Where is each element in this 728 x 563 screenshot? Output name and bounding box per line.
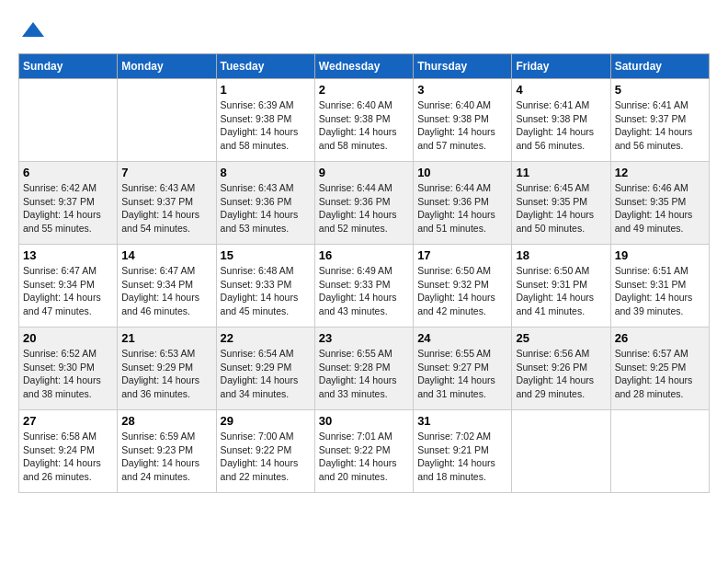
day-number: 6: [23, 166, 113, 179]
day-info: Sunrise: 6:52 AM Sunset: 9:30 PM Dayligh…: [23, 347, 113, 401]
calendar-cell: 17Sunrise: 6:50 AM Sunset: 9:32 PM Dayli…: [414, 245, 512, 327]
day-info: Sunrise: 6:54 AM Sunset: 9:29 PM Dayligh…: [221, 347, 311, 401]
weekday-header: Monday: [118, 54, 216, 79]
day-info: Sunrise: 6:47 AM Sunset: 9:34 PM Dayligh…: [23, 264, 113, 318]
day-info: Sunrise: 6:59 AM Sunset: 9:23 PM Dayligh…: [121, 430, 211, 484]
calendar-cell: [19, 79, 118, 162]
weekday-header: Wednesday: [314, 54, 413, 79]
svg-rect-1: [29, 33, 37, 37]
day-info: Sunrise: 6:44 AM Sunset: 9:36 PM Dayligh…: [319, 181, 409, 236]
day-info: Sunrise: 6:44 AM Sunset: 9:36 PM Dayligh…: [417, 181, 507, 236]
calendar-cell: 1Sunrise: 6:39 AM Sunset: 9:38 PM Daylig…: [216, 79, 314, 162]
day-number: 30: [319, 414, 409, 428]
day-info: Sunrise: 6:53 AM Sunset: 9:29 PM Dayligh…: [121, 347, 211, 401]
weekday-header: Sunday: [19, 54, 118, 79]
day-number: 31: [417, 414, 507, 428]
calendar-header-row: SundayMondayTuesdayWednesdayThursdayFrid…: [19, 54, 710, 79]
day-info: Sunrise: 6:49 AM Sunset: 9:33 PM Dayligh…: [319, 264, 409, 318]
calendar-week-row: 1Sunrise: 6:39 AM Sunset: 9:38 PM Daylig…: [19, 79, 710, 162]
weekday-header: Saturday: [610, 54, 709, 79]
day-info: Sunrise: 6:51 AM Sunset: 9:31 PM Dayligh…: [615, 264, 705, 318]
calendar-cell: [512, 410, 610, 493]
day-info: Sunrise: 6:41 AM Sunset: 9:38 PM Dayligh…: [516, 98, 606, 153]
logo-icon: [20, 18, 46, 44]
day-number: 17: [417, 248, 507, 262]
day-info: Sunrise: 7:01 AM Sunset: 9:22 PM Dayligh…: [319, 430, 409, 484]
day-info: Sunrise: 6:55 AM Sunset: 9:27 PM Dayligh…: [417, 347, 507, 401]
day-number: 19: [615, 248, 705, 262]
day-info: Sunrise: 6:48 AM Sunset: 9:33 PM Dayligh…: [221, 264, 311, 318]
day-number: 1: [221, 83, 311, 97]
calendar-week-row: 27Sunrise: 6:58 AM Sunset: 9:24 PM Dayli…: [19, 410, 710, 493]
day-info: Sunrise: 6:47 AM Sunset: 9:34 PM Dayligh…: [121, 264, 211, 318]
calendar-cell: 15Sunrise: 6:48 AM Sunset: 9:33 PM Dayli…: [216, 245, 314, 327]
logo: [18, 18, 48, 44]
day-number: 16: [319, 248, 409, 262]
calendar-cell: 2Sunrise: 6:40 AM Sunset: 9:38 PM Daylig…: [314, 79, 413, 162]
day-info: Sunrise: 6:43 AM Sunset: 9:36 PM Dayligh…: [221, 181, 311, 236]
day-info: Sunrise: 6:41 AM Sunset: 9:37 PM Dayligh…: [615, 98, 705, 153]
calendar-cell: 28Sunrise: 6:59 AM Sunset: 9:23 PM Dayli…: [118, 410, 216, 493]
day-number: 3: [417, 83, 507, 97]
day-info: Sunrise: 6:50 AM Sunset: 9:31 PM Dayligh…: [516, 264, 606, 318]
day-info: Sunrise: 6:50 AM Sunset: 9:32 PM Dayligh…: [417, 264, 507, 318]
calendar-table: SundayMondayTuesdayWednesdayThursdayFrid…: [18, 53, 710, 493]
day-number: 10: [417, 166, 507, 179]
calendar-cell: 19Sunrise: 6:51 AM Sunset: 9:31 PM Dayli…: [610, 245, 709, 327]
day-number: 11: [516, 166, 606, 179]
weekday-header: Thursday: [414, 54, 512, 79]
day-number: 7: [121, 166, 211, 179]
day-number: 15: [221, 248, 311, 262]
calendar-cell: 18Sunrise: 6:50 AM Sunset: 9:31 PM Dayli…: [512, 245, 610, 327]
day-info: Sunrise: 6:40 AM Sunset: 9:38 PM Dayligh…: [417, 98, 507, 153]
calendar-cell: 13Sunrise: 6:47 AM Sunset: 9:34 PM Dayli…: [19, 245, 118, 327]
day-info: Sunrise: 6:58 AM Sunset: 9:24 PM Dayligh…: [23, 430, 113, 484]
calendar-week-row: 13Sunrise: 6:47 AM Sunset: 9:34 PM Dayli…: [19, 245, 710, 327]
day-info: Sunrise: 6:55 AM Sunset: 9:28 PM Dayligh…: [319, 347, 409, 401]
page-header: [18, 18, 710, 44]
calendar-cell: 21Sunrise: 6:53 AM Sunset: 9:29 PM Dayli…: [118, 327, 216, 410]
calendar-cell: [610, 410, 709, 493]
calendar-cell: 9Sunrise: 6:44 AM Sunset: 9:36 PM Daylig…: [314, 162, 413, 245]
day-info: Sunrise: 6:43 AM Sunset: 9:37 PM Dayligh…: [121, 181, 211, 236]
day-number: 4: [516, 83, 606, 97]
calendar-cell: 6Sunrise: 6:42 AM Sunset: 9:37 PM Daylig…: [19, 162, 118, 245]
calendar-cell: 25Sunrise: 6:56 AM Sunset: 9:26 PM Dayli…: [512, 327, 610, 410]
calendar-cell: 31Sunrise: 7:02 AM Sunset: 9:21 PM Dayli…: [414, 410, 512, 493]
calendar-cell: 23Sunrise: 6:55 AM Sunset: 9:28 PM Dayli…: [314, 327, 413, 410]
calendar-cell: 14Sunrise: 6:47 AM Sunset: 9:34 PM Dayli…: [118, 245, 216, 327]
day-info: Sunrise: 6:39 AM Sunset: 9:38 PM Dayligh…: [221, 98, 311, 153]
calendar-cell: 30Sunrise: 7:01 AM Sunset: 9:22 PM Dayli…: [314, 410, 413, 493]
calendar-cell: 29Sunrise: 7:00 AM Sunset: 9:22 PM Dayli…: [216, 410, 314, 493]
day-info: Sunrise: 6:45 AM Sunset: 9:35 PM Dayligh…: [516, 181, 606, 236]
calendar-cell: 3Sunrise: 6:40 AM Sunset: 9:38 PM Daylig…: [414, 79, 512, 162]
day-number: 9: [319, 166, 409, 179]
calendar-cell: 11Sunrise: 6:45 AM Sunset: 9:35 PM Dayli…: [512, 162, 610, 245]
calendar-week-row: 20Sunrise: 6:52 AM Sunset: 9:30 PM Dayli…: [19, 327, 710, 410]
day-number: 22: [221, 331, 311, 345]
weekday-header: Tuesday: [216, 54, 314, 79]
day-info: Sunrise: 6:42 AM Sunset: 9:37 PM Dayligh…: [23, 181, 113, 236]
calendar-cell: 24Sunrise: 6:55 AM Sunset: 9:27 PM Dayli…: [414, 327, 512, 410]
calendar-cell: 20Sunrise: 6:52 AM Sunset: 9:30 PM Dayli…: [19, 327, 118, 410]
calendar-cell: 4Sunrise: 6:41 AM Sunset: 9:38 PM Daylig…: [512, 79, 610, 162]
calendar-cell: 5Sunrise: 6:41 AM Sunset: 9:37 PM Daylig…: [610, 79, 709, 162]
day-number: 27: [23, 414, 113, 428]
weekday-header: Friday: [512, 54, 610, 79]
calendar-cell: 7Sunrise: 6:43 AM Sunset: 9:37 PM Daylig…: [118, 162, 216, 245]
day-number: 2: [319, 83, 409, 97]
calendar-week-row: 6Sunrise: 6:42 AM Sunset: 9:37 PM Daylig…: [19, 162, 710, 245]
day-number: 23: [319, 331, 409, 345]
day-number: 24: [417, 331, 507, 345]
calendar-cell: 22Sunrise: 6:54 AM Sunset: 9:29 PM Dayli…: [216, 327, 314, 410]
day-number: 18: [516, 248, 606, 262]
day-number: 21: [121, 331, 211, 345]
day-number: 25: [516, 331, 606, 345]
day-info: Sunrise: 6:46 AM Sunset: 9:35 PM Dayligh…: [615, 181, 705, 236]
day-number: 13: [23, 248, 113, 262]
day-number: 14: [121, 248, 211, 262]
day-number: 5: [615, 83, 705, 97]
day-number: 26: [615, 331, 705, 345]
calendar-cell: 8Sunrise: 6:43 AM Sunset: 9:36 PM Daylig…: [216, 162, 314, 245]
day-info: Sunrise: 6:40 AM Sunset: 9:38 PM Dayligh…: [319, 98, 409, 153]
